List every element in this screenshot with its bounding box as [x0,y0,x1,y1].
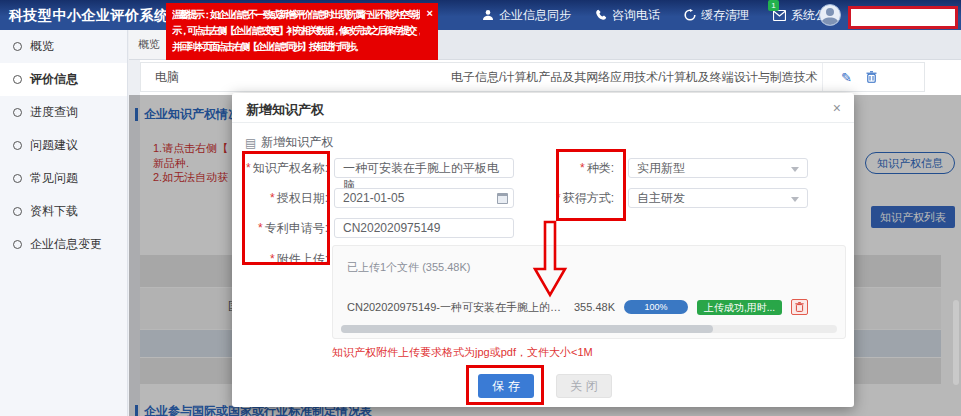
annotation-redacted-username [848,6,958,29]
add-ip-modal: 新增知识产权 × ▤ 新增知识产权 *知识产权名称: *授权日期: *专利申请号… [232,93,854,407]
upload-panel: 已上传1个文件 (355.48K) CN202020975149-一种可安装在手… [332,245,846,339]
top-menu: 企业信息同步 咨询电话 缓存清理 1 系统公告 [482,0,839,30]
sidebar-item-company-info-change[interactable]: 企业信息变更 [0,228,127,261]
form-icon: ▤ [245,137,256,149]
method-select[interactable]: 自主研发 [628,188,808,208]
warning-banner: 温馨提示：如企业信息不一致或新增评价信息时出现所属行业不能为空等提 示，可点击左… [166,3,438,60]
patent-no-input[interactable]: CN202020975149 [334,218,514,238]
menu-item-consult-phone[interactable]: 咨询电话 [595,7,660,24]
upload-summary: 已上传1个文件 (355.48K) [347,260,470,275]
file-delete-button[interactable] [791,299,808,315]
user-avatar[interactable] [819,4,841,26]
upload-list-scrollbar [341,325,837,333]
tab-overview[interactable]: 概览 [129,30,170,59]
auth-date-input[interactable]: 2021-01-05 [334,188,514,208]
modal-subtitle: ▤ 新增知识产权 [245,134,333,151]
banner-line: 示，可点击左侧【企业信息变更】补充相关数据，修改完成之后保存提交， [172,23,420,39]
top-bar: 科技型中小企业评价系统 企业信息同步 咨询电话 缓存清理 1 系统公告 [0,0,961,30]
upload-progress-bar: 100% [624,300,688,314]
edit-icon[interactable]: ✎ [841,70,852,85]
ip-name-input[interactable]: 一种可安装在手腕上的平板电脑 [334,158,514,178]
delete-icon[interactable] [866,71,877,83]
circle-icon [13,240,22,249]
banner-line: 并回到本页面点击右侧【企业信息同步】按钮进行同步。 [172,39,420,55]
menu-item-cache-clear[interactable]: 缓存清理 [684,7,749,24]
chevron-down-icon [791,197,799,202]
modal-close-icon[interactable]: × [833,100,841,116]
field-label-ip-name: *知识产权名称: [232,158,328,178]
field-label-method: *获得方式: [532,188,614,208]
attachment-hint: 知识产权附件上传要求格式为jpg或pdf，文件大小<1M [332,345,593,360]
field-label-auth-date: *授权日期: [232,188,328,208]
sidebar: 概览 评价信息 进度查询 问题建议 常见问题 资料下载 企业信息变更 [0,30,128,416]
circle-icon [13,207,22,216]
circle-icon [13,75,22,84]
sidebar-item-progress-query[interactable]: 进度查询 [0,96,127,129]
sidebar-item-overview[interactable]: 概览 [0,30,127,63]
banner-close-icon[interactable]: × [427,7,433,19]
app-title: 科技型中小企业评价系统 [9,7,169,25]
scrollbar-thumb[interactable] [341,325,713,333]
sidebar-item-feedback[interactable]: 问题建议 [0,129,127,162]
mail-icon [773,10,786,21]
sidebar-item-faq[interactable]: 常见问题 [0,162,127,195]
refresh-icon [684,9,696,21]
phone-icon [595,9,607,21]
calendar-icon[interactable] [497,193,508,204]
notice-badge: 1 [768,0,779,11]
product-name-cell: 电脑 [141,69,451,86]
row-actions: ✎ [822,63,924,91]
close-button[interactable]: 关 闭 [556,374,612,398]
user-sync-icon [482,9,494,21]
circle-icon [13,42,22,51]
chevron-down-icon [791,167,799,172]
product-table-row: 电脑 电子信息/计算机产品及其网络应用技术/计算机及终端设计与制造技术 ✎ [140,62,925,92]
product-tech-cell: 电子信息/计算机产品及其网络应用技术/计算机及终端设计与制造技术 [451,69,822,86]
menu-item-enterprise-sync[interactable]: 企业信息同步 [482,7,571,24]
field-label-patent-no: *专利申请号: [232,218,328,238]
sidebar-item-evaluation-info[interactable]: 评价信息 [0,63,127,96]
circle-icon [13,108,22,117]
file-name: CN202020975149-一种可安装在手腕上的平板电脑-实用新... [347,300,565,315]
save-button[interactable]: 保 存 [478,374,534,398]
uploaded-file-row: CN202020975149-一种可安装在手腕上的平板电脑-实用新... 355… [347,299,835,315]
field-label-category: *种类: [532,158,614,178]
modal-header: 新增知识产权 × [232,93,854,123]
circle-icon [13,141,22,150]
category-select[interactable]: 实用新型 [628,158,808,178]
page-scrollbar[interactable] [953,300,959,385]
modal-title: 新增知识产权 [246,101,324,119]
upload-status-button[interactable]: 上传成功,用时... [697,300,782,315]
file-size: 355.48K [574,301,615,313]
banner-line: 温馨提示：如企业信息不一致或新增评价信息时出现所属行业不能为空等提 [172,7,420,23]
circle-icon [13,174,22,183]
sidebar-item-downloads[interactable]: 资料下载 [0,195,127,228]
field-label-attachment: *附件上传: [232,249,328,269]
